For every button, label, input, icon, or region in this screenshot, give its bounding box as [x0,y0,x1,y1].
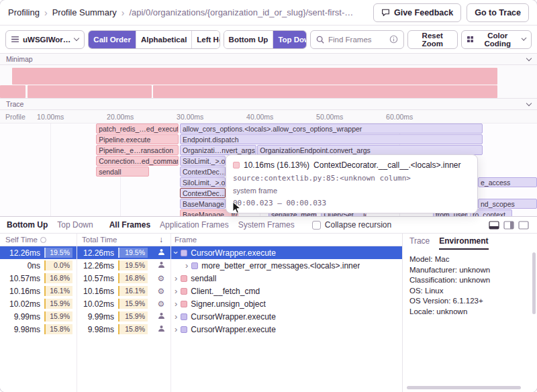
table-row[interactable]: 10.16ms16.1%10.16ms16.1%⚙›Client.__fetch… [0,285,402,297]
go-to-trace-button[interactable]: Go to Trace [467,3,529,22]
self-time-value: 9.98ms [0,325,44,334]
column-header-total-time[interactable]: Total Time [77,236,152,244]
expand-chevron-icon[interactable]: › [172,251,181,254]
vertical-scrollbar[interactable] [532,252,536,314]
flame-frame[interactable]: ContextDec…als>.i… [180,188,226,198]
tab-bottom-up[interactable]: Bottom Up [7,220,48,230]
self-time-percent-cell: 16.8% [44,273,77,283]
flame-frame[interactable]: Connection…ed_command [96,156,178,166]
total-time-percent: 15.9% [118,311,148,322]
go-to-trace-label: Go to Trace [475,8,521,17]
reset-zoom-button[interactable]: Reset Zoom [407,30,458,49]
color-coding-dropdown[interactable]: Color Coding [461,30,532,49]
time-tick-label: 20.00ms [107,113,134,121]
collapse-recursion-checkbox[interactable]: Collapse recursion [312,220,391,230]
profiling-flamegraph-window: Profiling › Profile Summary › /api/0/org… [0,0,537,392]
flame-frame[interactable]: Pipeline._e…ransaction [96,145,178,155]
environment-field: Manufacturer: unknown [409,265,530,276]
frame-name: Signer.unsign_object [191,299,265,309]
flame-frame[interactable]: BaseManage…from_c… [180,199,226,209]
expand-chevron-icon[interactable]: › [175,287,177,295]
frame-table-tabs-row: Bottom UpTop DownAll FramesApplication F… [0,217,537,234]
minimap-sample-block[interactable] [28,85,152,98]
trace-header[interactable]: Trace [0,99,537,110]
system-frame-gear-icon: ⚙ [152,300,170,308]
flame-frame[interactable]: OrganizationEndpoint.convert_args [257,145,483,155]
layout-full-icon[interactable] [518,221,529,230]
sort-left-heavy[interactable]: Left Heavy [191,31,219,48]
flame-frame[interactable]: e_access [478,177,537,187]
table-row[interactable]: 9.98ms15.8%9.98ms15.8%›CursorWrapper.exe… [0,323,402,336]
expand-chevron-icon[interactable]: › [175,274,177,283]
application-frame-user-icon [152,312,170,321]
horizontal-scrollbar[interactable] [407,386,521,389]
view-top-down[interactable]: Top Down [273,31,307,48]
minimap-sample-block[interactable] [0,85,26,98]
minimap-sample-block[interactable] [153,85,497,98]
frame-name: more_better_error_messages.<locals>.inne… [201,261,360,271]
field-label: Classification: [409,276,459,284]
sort-icon[interactable] [40,237,46,243]
flame-frame[interactable]: nd_scopes [478,199,537,209]
table-row[interactable]: 10.02ms15.9%10.02ms15.9%⚙›Signer.unsign_… [0,297,402,310]
breadcrumb-transaction-path[interactable]: /api/0/organizations/{organization_id_or… [129,7,353,17]
chevron-down-icon[interactable] [526,55,532,60]
layout-right-icon[interactable] [503,221,514,230]
self-time-value: 10.57ms [0,274,44,283]
field-label: Manufacturer: [409,266,459,274]
breadcrumb-profiling[interactable]: Profiling [8,7,40,17]
flame-frame[interactable]: Endpoint.dispatch [180,134,483,144]
total-time-percent-cell: 19.5% [118,260,152,271]
tab-application-frames[interactable]: Application Frames [160,220,229,230]
sort-direction-icon[interactable]: ↓ [152,235,170,244]
details-tab-environment[interactable]: Environment [439,234,488,250]
thread-selector-label: uWSGIWor… [23,36,70,44]
layout-bottom-icon[interactable] [489,221,499,230]
sort-alphabetical[interactable]: Alphabetical [136,31,191,48]
breadcrumb-profile-summary[interactable]: Profile Summary [52,7,117,17]
time-axis: Profile 10.00ms20.00ms30.00ms40.00ms50.0… [0,110,537,124]
total-time-percent: 19.5% [118,248,148,258]
tab-top-down[interactable]: Top Down [57,220,93,230]
table-row[interactable]: 10.57ms16.8%10.57ms16.8%⚙›sendall [0,272,402,285]
expand-chevron-icon[interactable]: › [175,312,177,321]
find-frames-search[interactable] [310,30,404,49]
field-label: OS: [409,287,425,295]
column-header-frame[interactable]: Frame [170,236,402,244]
tab-system-frames[interactable]: System Frames [238,220,295,230]
thread-selector-dropdown[interactable]: uWSGIWor… [5,30,85,49]
table-row[interactable]: 12.26ms19.5%12.26ms19.5%›CursorWrapper.e… [0,246,402,259]
flame-frame[interactable]: sendall [96,166,149,177]
flame-frame[interactable]: patch_redis_…ed_execute [96,124,178,134]
sort-call-order[interactable]: Call Order [89,31,136,48]
minimap-sample-block[interactable] [12,68,497,85]
environment-field: Model: Mac [409,254,530,265]
flame-frame[interactable]: Organizati…nvert_args [180,145,256,155]
expand-chevron-icon[interactable]: › [175,325,177,334]
flame-frame[interactable]: SiloLimit._>.over… [180,156,226,166]
flame-frame[interactable]: ContextDec…als>.i… [180,166,226,177]
table-row[interactable]: 0ns0.0%12.26ms19.5%›more_better_error_me… [0,259,402,272]
tab-all-frames[interactable]: All Frames [109,220,150,230]
table-row[interactable]: 9.99ms15.9%9.99ms15.9%›CursorWrapper.exe… [0,310,402,323]
search-input[interactable] [328,36,385,44]
self-time-value: 9.99ms [0,312,44,322]
minimap-canvas[interactable] [0,65,537,99]
flame-frame[interactable]: Pipeline.execute [96,134,178,144]
frame-table: Self Time Total Time ↓ Frame 12.26ms19.5… [0,234,403,392]
field-label: OS Version: [409,297,453,305]
column-header-self-time[interactable]: Self Time [0,236,77,244]
checkbox-icon[interactable] [312,221,321,230]
give-feedback-button[interactable]: Give Feedback [373,3,461,22]
minimap-header[interactable]: Minimap [0,54,537,65]
frame-color-swatch [233,162,240,168]
flame-frame[interactable]: allow_cors_options.<locals>.allow_cors_o… [180,124,483,134]
system-frame-gear-icon: ⚙ [152,275,170,283]
expand-chevron-icon[interactable]: › [185,261,188,270]
details-tab-trace[interactable]: Trace [409,234,430,250]
feedback-bubble-icon [381,8,390,17]
chevron-down-icon[interactable] [526,100,532,105]
expand-chevron-icon[interactable]: › [175,299,177,308]
view-bottom-up[interactable]: Bottom Up [224,31,273,48]
flame-frame[interactable]: SiloLimit._>.over… [180,177,226,187]
